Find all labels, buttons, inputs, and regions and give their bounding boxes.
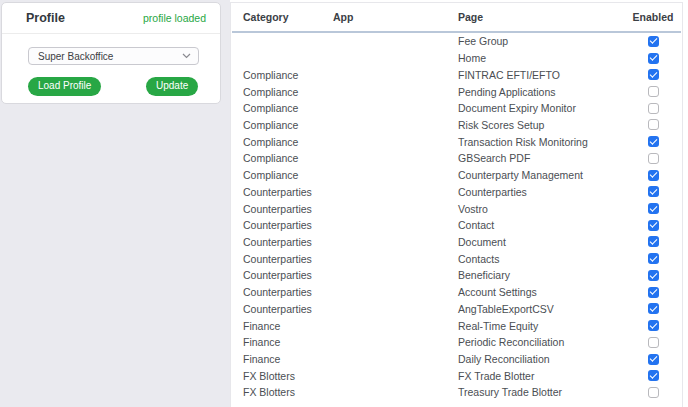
enabled-checkbox[interactable] <box>648 303 659 314</box>
enabled-checkbox[interactable] <box>648 69 659 80</box>
category-cell: FX Blotters <box>231 386 333 398</box>
category-cell: Finance <box>231 320 333 332</box>
category-cell: Counterparties <box>231 236 333 248</box>
category-cell: Counterparties <box>231 186 333 198</box>
table-row: Counterparties Contact <box>231 217 682 234</box>
page-cell: FINTRAC EFTI/EFTO <box>458 69 624 81</box>
table-row: Compliance FINTRAC EFTI/EFTO <box>231 66 682 83</box>
enabled-checkbox[interactable] <box>648 270 659 281</box>
category-cell: Compliance <box>231 102 333 114</box>
page-cell: GBSearch PDF <box>458 152 624 164</box>
table-row: Counterparties Counterparties <box>231 183 682 200</box>
table-body: Fee Group Home Compliance FINTRAC EFTI/E… <box>231 33 682 401</box>
column-header-page: Page <box>458 11 624 23</box>
page-cell: Beneficiary <box>458 269 624 281</box>
category-cell: Counterparties <box>231 253 333 265</box>
table-row: Counterparties Beneficiary <box>231 267 682 284</box>
enabled-checkbox[interactable] <box>648 387 659 398</box>
page-cell: Counterparty Management <box>458 169 624 181</box>
table-row: Compliance Transaction Risk Monitoring <box>231 133 682 150</box>
category-cell: Counterparties <box>231 219 333 231</box>
enabled-checkbox[interactable] <box>648 186 659 197</box>
table-row: Counterparties Document <box>231 234 682 251</box>
enabled-checkbox[interactable] <box>648 354 659 365</box>
category-cell: Finance <box>231 336 333 348</box>
column-header-enabled: Enabled <box>624 11 682 23</box>
column-header-category: Category <box>231 11 333 23</box>
page-cell: AngTableExportCSV <box>458 303 624 315</box>
chevron-down-icon <box>182 53 191 59</box>
category-cell: Compliance <box>231 169 333 181</box>
category-cell: Compliance <box>231 136 333 148</box>
page-cell: Contact <box>458 219 624 231</box>
enabled-checkbox[interactable] <box>648 220 659 231</box>
profile-panel-body: Super Backoffice Load Profile Update <box>2 34 220 103</box>
enabled-checkbox[interactable] <box>648 153 659 164</box>
pages-table: Category App Page Enabled Fee Group Home… <box>230 2 683 407</box>
table-row: Finance Daily Reconciliation <box>231 351 682 368</box>
category-cell: Compliance <box>231 86 333 98</box>
category-cell: Counterparties <box>231 269 333 281</box>
table-row: Compliance GBSearch PDF <box>231 150 682 167</box>
table-row: FX Blotters Treasury Trade Blotter <box>231 384 682 401</box>
table-row: Counterparties Vostro <box>231 200 682 217</box>
page-cell: Contacts <box>458 253 624 265</box>
page-cell: Document Expiry Monitor <box>458 102 624 114</box>
enabled-checkbox[interactable] <box>648 36 659 47</box>
table-row: Compliance Counterparty Management <box>231 167 682 184</box>
category-cell: FX Blotters <box>231 370 333 382</box>
enabled-checkbox[interactable] <box>648 320 659 331</box>
table-row: Counterparties AngTableExportCSV <box>231 301 682 318</box>
enabled-checkbox[interactable] <box>648 253 659 264</box>
enabled-checkbox[interactable] <box>648 203 659 214</box>
page-cell: Account Settings <box>458 286 624 298</box>
category-cell: Compliance <box>231 69 333 81</box>
enabled-checkbox[interactable] <box>648 103 659 114</box>
page-cell: Counterparties <box>458 186 624 198</box>
category-cell: Counterparties <box>231 303 333 315</box>
enabled-checkbox[interactable] <box>648 370 659 381</box>
update-button[interactable]: Update <box>146 77 198 96</box>
table-row: Fee Group <box>231 33 682 50</box>
table-row: Home <box>231 50 682 67</box>
enabled-checkbox[interactable] <box>648 53 659 64</box>
profile-loaded-status: profile loaded <box>143 12 206 24</box>
page-cell: Transaction Risk Monitoring <box>458 136 624 148</box>
page-cell: Risk Scores Setup <box>458 119 624 131</box>
page-cell: FX Trade Blotter <box>458 370 624 382</box>
page-cell: Periodic Reconciliation <box>458 336 624 348</box>
load-profile-button[interactable]: Load Profile <box>28 77 101 96</box>
category-cell: Compliance <box>231 119 333 131</box>
table-row: FX Blotters FX Trade Blotter <box>231 367 682 384</box>
table-row: Finance Periodic Reconciliation <box>231 334 682 351</box>
table-row: Counterparties Contacts <box>231 250 682 267</box>
page-cell: Pending Applications <box>458 86 624 98</box>
enabled-checkbox[interactable] <box>648 287 659 298</box>
profile-select-value: Super Backoffice <box>38 51 113 62</box>
enabled-checkbox[interactable] <box>648 337 659 348</box>
table-row: Compliance Risk Scores Setup <box>231 117 682 134</box>
category-cell: Compliance <box>231 152 333 164</box>
enabled-checkbox[interactable] <box>648 136 659 147</box>
profile-panel-title: Profile <box>26 11 65 25</box>
page-cell: Treasury Trade Blotter <box>458 386 624 398</box>
table-row: Compliance Pending Applications <box>231 83 682 100</box>
category-cell: Finance <box>231 353 333 365</box>
page-cell: Real-Time Equity <box>458 320 624 332</box>
enabled-checkbox[interactable] <box>648 119 659 130</box>
page-cell: Document <box>458 236 624 248</box>
profile-select[interactable]: Super Backoffice <box>28 47 199 65</box>
enabled-checkbox[interactable] <box>648 86 659 97</box>
page-cell: Home <box>458 52 624 64</box>
enabled-checkbox[interactable] <box>648 236 659 247</box>
page-cell: Daily Reconciliation <box>458 353 624 365</box>
table-row: Compliance Document Expiry Monitor <box>231 100 682 117</box>
enabled-checkbox[interactable] <box>648 170 659 181</box>
profile-panel: Profile profile loaded Super Backoffice … <box>1 2 221 104</box>
profile-panel-header: Profile profile loaded <box>2 3 220 34</box>
category-cell: Counterparties <box>231 203 333 215</box>
table-row: Counterparties Account Settings <box>231 284 682 301</box>
page-cell: Vostro <box>458 203 624 215</box>
category-cell: Counterparties <box>231 286 333 298</box>
column-header-app: App <box>333 11 458 23</box>
